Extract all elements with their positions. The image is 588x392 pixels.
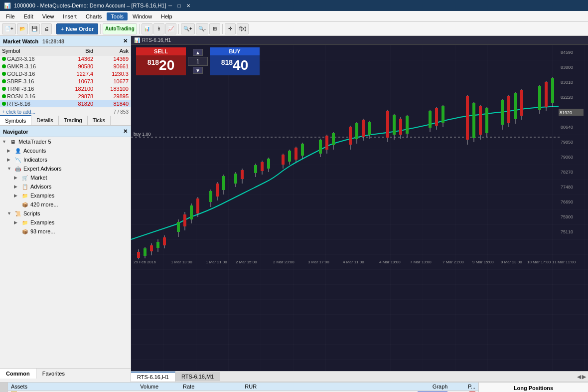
svg-text:83010: 83010 bbox=[561, 80, 573, 85]
tb-zoom-out[interactable]: 🔍- bbox=[196, 23, 208, 34]
mw-row[interactable]: GOLD-3.16 1227.4 1230.3 bbox=[0, 70, 131, 78]
tb-crosshair[interactable]: ✛ bbox=[225, 23, 236, 34]
titlebar: 📊 1000000 - MetaQuotes-Demo: Demo Accoun… bbox=[0, 0, 588, 11]
svg-rect-86 bbox=[435, 108, 438, 126]
mw-bid: 90580 bbox=[60, 63, 95, 70]
tree-advisors[interactable]: ▶ 📋 Advisors bbox=[0, 182, 131, 191]
menu-help[interactable]: Help bbox=[157, 12, 176, 20]
nav-tab-common[interactable]: Common bbox=[0, 369, 36, 379]
svg-rect-76 bbox=[386, 111, 389, 138]
svg-rect-74 bbox=[368, 122, 371, 135]
svg-rect-52 bbox=[267, 159, 270, 169]
mw-symbol: GAZR-3.16 bbox=[0, 55, 60, 63]
mw-col-ask: Ask bbox=[95, 47, 131, 55]
tb-chart-candle[interactable]: 🕯 bbox=[153, 23, 164, 34]
svg-rect-100 bbox=[507, 96, 510, 123]
tb-fit[interactable]: ⊞ bbox=[209, 23, 220, 34]
tree-expert-advisors[interactable]: ▼ 🤖 Expert Advisors bbox=[0, 164, 131, 173]
new-order-button[interactable]: + New Order bbox=[56, 23, 98, 34]
navigator-title: Navigator bbox=[3, 129, 28, 135]
svg-rect-58 bbox=[294, 148, 297, 160]
tree-more-scripts[interactable]: 📦 93 more... bbox=[0, 227, 131, 236]
menu-window[interactable]: Window bbox=[129, 12, 156, 20]
mw-bid: 182100 bbox=[60, 85, 95, 93]
tb-new-chart[interactable]: 📄+ bbox=[2, 23, 16, 34]
lot-up-arrow[interactable]: ▲ bbox=[193, 49, 203, 56]
lot-down-arrow[interactable]: ▼ bbox=[193, 67, 203, 74]
svg-rect-34 bbox=[190, 205, 193, 219]
sell-main: 20 bbox=[159, 57, 174, 73]
mw-row[interactable]: ROSN-3.16 29878 29895 bbox=[0, 93, 131, 100]
svg-rect-50 bbox=[261, 162, 264, 171]
ea-icon: 🤖 bbox=[14, 165, 22, 173]
menu-insert[interactable]: Insert bbox=[59, 12, 81, 20]
tb-chart-bar[interactable]: 📊 bbox=[142, 23, 152, 34]
mw-tab-ticks[interactable]: Ticks bbox=[88, 116, 111, 125]
tree-accounts[interactable]: ▶ 👤 Accounts bbox=[0, 146, 131, 155]
svg-rect-78 bbox=[393, 115, 396, 135]
mw-tab-details[interactable]: Details bbox=[31, 116, 59, 125]
svg-rect-72 bbox=[362, 120, 365, 137]
assets-table: Assets Volume Rate RUR Graph P... GAZR-3… bbox=[8, 383, 478, 392]
tree-more-ea[interactable]: 📦 420 more... bbox=[0, 200, 131, 209]
mw-row[interactable]: RTS-6.16 81820 81840 bbox=[0, 100, 131, 108]
mw-row[interactable]: SBRF-3.16 10673 10677 bbox=[0, 78, 131, 85]
mw-row[interactable]: GAZR-3.16 14362 14369 bbox=[0, 55, 131, 63]
bottom-left: Assets Volume Rate RUR Graph P... GAZR-3… bbox=[8, 383, 478, 392]
menu-charts[interactable]: Charts bbox=[82, 12, 106, 20]
tb-chart-line[interactable]: 📈 bbox=[165, 23, 176, 34]
tree-indicators[interactable]: ▶ 📉 Indicators bbox=[0, 155, 131, 164]
tb-save[interactable]: 💾 bbox=[29, 23, 40, 34]
svg-text:11 Mar 11:00: 11 Mar 11:00 bbox=[552, 260, 576, 264]
toolbox-toggle[interactable]: Toolbox bbox=[0, 383, 8, 392]
menu-edit[interactable]: Edit bbox=[20, 12, 37, 20]
navigator-close[interactable]: ✕ bbox=[123, 128, 128, 135]
sell-button[interactable]: SELL bbox=[136, 47, 186, 55]
market-watch-close[interactable]: ✕ bbox=[123, 38, 128, 44]
market-watch-title: Market Watch bbox=[3, 38, 38, 44]
lot-input[interactable] bbox=[188, 57, 208, 66]
tree-expander: ▼ bbox=[7, 166, 14, 171]
menu-view[interactable]: View bbox=[38, 12, 58, 20]
svg-text:2 Mar 23:00: 2 Mar 23:00 bbox=[273, 260, 294, 264]
minimize-button[interactable]: ─ bbox=[166, 1, 174, 9]
tree-expander: ▶ bbox=[14, 184, 21, 189]
menu-file[interactable]: File bbox=[2, 12, 19, 20]
mw-row[interactable]: GMKR-3.16 90580 90661 bbox=[0, 63, 131, 70]
tree-scripts[interactable]: ▼ 📜 Scripts bbox=[0, 209, 131, 218]
chart-tab-m1[interactable]: RTS-6.16,M1 bbox=[175, 372, 220, 381]
close-button[interactable]: ✕ bbox=[184, 1, 192, 9]
tb-open[interactable]: 📂 bbox=[17, 23, 28, 34]
tb-zoom-in[interactable]: 🔍+ bbox=[181, 23, 195, 34]
tb-indicators[interactable]: f(x) bbox=[237, 23, 249, 34]
tb-autotrading[interactable]: AutoTrading bbox=[103, 23, 137, 34]
svg-rect-38 bbox=[209, 191, 212, 202]
svg-rect-60 bbox=[301, 144, 304, 156]
mw-tab-trading[interactable]: Trading bbox=[59, 116, 88, 125]
examples-icon: 📁 bbox=[21, 192, 29, 199]
tree-metatrader5[interactable]: ▼ 🖥 MetaTrader 5 bbox=[0, 137, 131, 146]
tree-examples[interactable]: ▶ 📁 Examples bbox=[0, 191, 131, 200]
navigator-tree: ▼ 🖥 MetaTrader 5 ▶ 👤 Accounts ▶ 📉 Indica… bbox=[0, 137, 131, 368]
tree-expander: ▼ bbox=[7, 211, 14, 216]
buy-button[interactable]: BUY bbox=[210, 47, 260, 55]
menu-tools[interactable]: Tools bbox=[107, 12, 128, 20]
col-rate: Rate bbox=[161, 383, 197, 391]
nav-tab-favorites[interactable]: Favorites bbox=[36, 369, 71, 379]
svg-rect-94 bbox=[479, 106, 482, 135]
chart-tab-prev[interactable]: ◀ bbox=[577, 374, 581, 380]
accounts-icon: 👤 bbox=[14, 147, 22, 155]
mw-add-label[interactable]: + click to add... bbox=[2, 109, 35, 115]
tb-print[interactable]: 🖨 bbox=[41, 23, 52, 34]
chart-tab-h1[interactable]: RTS-6.16,H1 bbox=[131, 372, 175, 382]
bottom-panel: Toolbox Assets Volume Rate RUR Graph P..… bbox=[0, 382, 588, 392]
svg-rect-36 bbox=[196, 198, 199, 213]
maximize-button[interactable]: □ bbox=[175, 1, 183, 9]
chart-canvas[interactable]: 84590 83800 83010 82220 81430 80640 7985… bbox=[131, 45, 588, 371]
tree-market[interactable]: ▶ 🛒 Market bbox=[0, 173, 131, 182]
tree-scripts-examples[interactable]: ▶ 📁 Examples bbox=[0, 218, 131, 227]
mw-row[interactable]: TRNF-3.16 182100 183100 bbox=[0, 85, 131, 93]
chart-tab-next[interactable]: ▶ bbox=[582, 374, 586, 380]
market-watch-header: Market Watch 16:28:48 ✕ bbox=[0, 36, 131, 47]
mw-tab-symbols[interactable]: Symbols bbox=[0, 115, 31, 125]
